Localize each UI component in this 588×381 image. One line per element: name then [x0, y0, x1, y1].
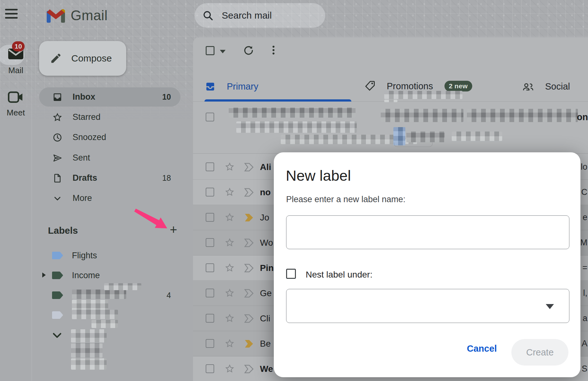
gmail-window: Mail 10 Meet Gmail: [0, 0, 588, 381]
label-chip-icon: [52, 271, 63, 280]
redacted-block: [104, 283, 141, 290]
parent-label-dropdown[interactable]: [286, 289, 569, 323]
nest-label-checkbox[interactable]: [286, 269, 296, 279]
rail-item-mail[interactable]: Mail: [0, 47, 32, 75]
sidebar-item-sent[interactable]: Sent: [39, 148, 180, 167]
star-icon[interactable]: [225, 364, 235, 374]
compose-label: Compose: [71, 53, 112, 64]
label-count: 4: [167, 291, 171, 300]
row-fragment: l,: [583, 288, 588, 298]
sidebar-item-inbox[interactable]: Inbox 10: [39, 87, 180, 107]
sidebar-item-drafts[interactable]: Drafts 18: [39, 168, 180, 188]
pencil-icon: [50, 52, 62, 64]
label-chip-icon: [52, 291, 63, 300]
redacted-block: [71, 329, 107, 343]
row-checkbox[interactable]: [206, 213, 214, 222]
star-icon[interactable]: [225, 212, 235, 222]
row-fragment: M: [580, 238, 588, 248]
primary-tab-icon: [205, 81, 215, 92]
expand-arrow-icon[interactable]: [42, 273, 46, 278]
compose-button[interactable]: Compose: [39, 41, 126, 76]
redacted-preview: [384, 91, 462, 99]
meet-camera-icon: [8, 91, 24, 103]
more-vert-icon[interactable]: [269, 45, 278, 56]
row-checkbox[interactable]: [206, 113, 214, 121]
redacted-block: [71, 358, 107, 370]
star-icon[interactable]: [225, 237, 235, 248]
tab-social[interactable]: Social: [504, 73, 588, 102]
row-sender: Cli: [260, 314, 270, 324]
star-icon[interactable]: [225, 288, 235, 298]
star-icon[interactable]: [225, 263, 235, 273]
row-sender: Pin: [260, 263, 274, 273]
more-labels-chevron-icon[interactable]: [52, 332, 62, 339]
label-name-input[interactable]: [286, 215, 569, 249]
label-chip-icon: [52, 311, 63, 319]
inbox-count: 10: [162, 92, 171, 102]
row-fragment: e: [583, 213, 587, 222]
row-sender: Ali: [260, 162, 271, 172]
row-sender: Ge: [260, 288, 272, 298]
cancel-button[interactable]: Cancel: [467, 343, 497, 354]
search-input[interactable]: [222, 10, 316, 21]
promotions-tag-icon: [365, 80, 375, 92]
refresh-icon[interactable]: [243, 45, 254, 56]
row-checkbox[interactable]: [206, 188, 214, 196]
create-button[interactable]: Create: [511, 339, 568, 366]
email-row-expanded[interactable]: on: [193, 105, 588, 154]
importance-marker-icon[interactable]: [244, 314, 255, 323]
row-fragment: =: [582, 263, 587, 273]
star-icon[interactable]: [225, 313, 235, 323]
row-checkbox[interactable]: [206, 314, 214, 323]
search-bar[interactable]: [195, 3, 325, 28]
redacted-subject: [381, 109, 463, 122]
select-caret-icon[interactable]: [220, 50, 226, 53]
tab-promotions[interactable]: Promotions 2 new: [351, 73, 504, 102]
add-label-button[interactable]: +: [167, 223, 180, 237]
inbox-tabs: Primary Promotions 2 new: [193, 73, 588, 102]
importance-marker-icon[interactable]: [244, 289, 255, 298]
gmail-m-icon: [47, 8, 65, 23]
row-checkbox[interactable]: [206, 238, 214, 247]
gmail-logo[interactable]: Gmail: [47, 8, 108, 23]
row-sender: Jo: [260, 213, 269, 223]
hamburger-menu-icon[interactable]: [5, 9, 19, 21]
rail-item-meet[interactable]: Meet: [0, 91, 32, 118]
sidebar-item-snoozed[interactable]: Snoozed: [39, 128, 180, 147]
row-checkbox[interactable]: [206, 364, 214, 373]
importance-marker-icon[interactable]: [244, 263, 255, 273]
sidebar-label-income[interactable]: Income: [39, 266, 180, 285]
row-checkbox[interactable]: [206, 289, 214, 297]
importance-marker-icon[interactable]: [244, 364, 255, 374]
star-icon[interactable]: [225, 162, 235, 172]
promotions-new-badge: 2 new: [444, 81, 472, 91]
tab-primary[interactable]: Primary: [199, 73, 351, 102]
row-fragment: a: [583, 314, 587, 323]
importance-marker-icon[interactable]: [244, 238, 255, 248]
star-icon[interactable]: [225, 187, 235, 197]
sidebar-item-starred[interactable]: Starred: [39, 108, 180, 127]
importance-marker-icon[interactable]: [244, 162, 255, 172]
redacted-label-name: [72, 290, 126, 299]
tab-active-underline: [204, 99, 351, 102]
mail-unread-badge: 10: [12, 41, 25, 51]
select-all-checkbox[interactable]: [206, 46, 215, 55]
row-fragment: A: [582, 339, 587, 349]
sidebar-item-more[interactable]: More: [39, 189, 180, 208]
nest-label-text: Nest label under:: [306, 270, 373, 280]
labels-title: Labels: [48, 225, 78, 236]
redacted-preview: [384, 100, 397, 102]
dialog-title: New label: [286, 167, 351, 184]
row-checkbox[interactable]: [206, 263, 214, 272]
new-label-dialog: New label Please enter a new label name:…: [274, 152, 580, 377]
label-chip-icon: [52, 251, 63, 260]
importance-marker-gold-icon[interactable]: [244, 339, 255, 349]
row-checkbox[interactable]: [206, 339, 214, 348]
sidebar-label-flights[interactable]: Flights: [39, 246, 180, 266]
star-icon[interactable]: [225, 338, 235, 349]
row-sender: Wo: [260, 238, 273, 248]
importance-marker-gold-icon[interactable]: [244, 213, 255, 222]
row-checkbox[interactable]: [206, 162, 214, 171]
importance-marker-icon[interactable]: [244, 188, 255, 197]
row-tray-outline: [394, 143, 432, 147]
